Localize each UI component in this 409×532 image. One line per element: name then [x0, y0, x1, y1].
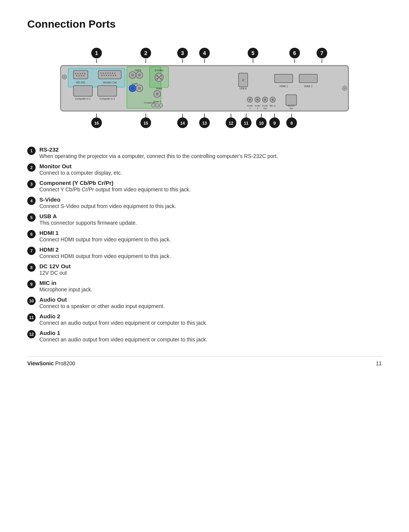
svg-text:9: 9 — [273, 121, 276, 125]
svg-point-28 — [84, 73, 86, 74]
svg-point-100 — [264, 99, 266, 101]
svg-rect-89 — [299, 74, 317, 83]
svg-point-62 — [138, 74, 141, 77]
svg-point-40 — [101, 73, 102, 74]
svg-text:⌀: ⌀ — [242, 78, 244, 82]
svg-point-42 — [105, 73, 106, 74]
desc-title-7: HDMI 2 — [39, 246, 171, 253]
svg-point-31 — [81, 75, 82, 77]
desc-content-12: Audio 1Connect an audio output from vide… — [39, 330, 208, 343]
svg-text:8: 8 — [290, 121, 293, 125]
svg-point-76 — [158, 76, 160, 78]
footer-page-number: 11 — [376, 360, 382, 366]
svg-text:1: 1 — [95, 50, 98, 56]
svg-point-72 — [156, 75, 158, 77]
svg-text:11: 11 — [244, 121, 248, 125]
svg-point-49 — [106, 75, 107, 76]
desc-item-1: 1RS-232When operating the projector via … — [27, 146, 382, 159]
svg-text:14: 14 — [180, 121, 185, 125]
desc-item-12: 12Audio 1Connect an audio output from vi… — [27, 330, 382, 343]
desc-badge-5: 5 — [27, 213, 36, 222]
desc-badge-2: 2 — [27, 163, 36, 172]
desc-text-1: When operating the projector via a compu… — [39, 153, 278, 159]
desc-item-9: 9MIC inMicrophone input jack. — [27, 280, 382, 293]
svg-point-53 — [115, 75, 116, 76]
desc-item-6: 6HDMI 1Connect HDMI output from video eq… — [27, 230, 382, 243]
desc-content-2: Monitor OutConnect to a computer display… — [39, 163, 122, 176]
svg-text:RS-232: RS-232 — [76, 81, 85, 84]
page-title: Connection Ports — [27, 18, 382, 30]
desc-item-7: 7HDMI 2Connect HDMI output from video eq… — [27, 246, 382, 259]
svg-rect-87 — [275, 74, 293, 83]
svg-point-45 — [112, 73, 113, 74]
svg-point-75 — [160, 78, 162, 80]
desc-content-10: Audio OutConnect to a speaker or other a… — [39, 296, 165, 309]
desc-content-5: USB AThis connector supports firmware up… — [39, 213, 137, 226]
svg-point-65 — [131, 87, 134, 90]
desc-title-6: HDMI 1 — [39, 230, 171, 236]
desc-content-3: Component (Y Cb/Pb Cr/Pr)Connect Y Cb/Pb… — [39, 180, 190, 192]
svg-text:10: 10 — [259, 121, 264, 125]
desc-item-3: 3Component (Y Cb/Pb Cr/Pr)Connect Y Cb/P… — [27, 180, 382, 192]
svg-text:Computer in 2: Computer in 2 — [100, 97, 115, 100]
desc-content-8: DC 12V Out12V DC out — [39, 263, 71, 276]
desc-content-7: HDMI 2Connect HDMI output from video equ… — [39, 246, 171, 259]
desc-item-10: 10Audio OutConnect to a speaker or other… — [27, 296, 382, 309]
desc-badge-4: 4 — [27, 197, 36, 205]
svg-point-79 — [156, 92, 159, 95]
desc-badge-7: 7 — [27, 247, 36, 255]
bottom-callout-numbers: 16 15 14 13 12 11 10 — [57, 113, 352, 136]
svg-point-48 — [104, 75, 105, 76]
svg-point-47 — [101, 75, 103, 76]
svg-text:Monitor Out: Monitor Out — [103, 81, 117, 84]
svg-rect-106 — [286, 95, 297, 105]
svg-text:HDMI 2: HDMI 2 — [304, 85, 312, 88]
svg-point-32 — [83, 75, 84, 77]
svg-text:Cb/Pb: Cb/Pb — [134, 69, 141, 72]
svg-point-30 — [79, 75, 80, 77]
projector-panel-svg: RS-232 Computer in 1 Mon — [57, 64, 352, 113]
desc-title-12: Audio 1 — [39, 330, 208, 336]
desc-title-2: Monitor Out — [39, 163, 122, 169]
svg-point-67 — [138, 87, 141, 90]
connection-diagram: 1 2 3 4 5 6 7 — [27, 41, 382, 136]
desc-content-1: RS-232When operating the projector via a… — [39, 146, 278, 159]
svg-point-51 — [111, 75, 112, 76]
descriptions-list: 1RS-232When operating the projector via … — [27, 146, 382, 343]
svg-text:Mic in: Mic in — [270, 105, 276, 107]
svg-point-29 — [76, 75, 78, 77]
svg-point-27 — [82, 73, 83, 74]
svg-text:2: 2 — [144, 50, 147, 56]
desc-title-5: USB A — [39, 213, 137, 219]
desc-text-6: Connect HDMI output from video equipment… — [39, 236, 171, 243]
desc-content-4: S-VideoConnect S-Video output from video… — [39, 196, 176, 209]
footer-brand: ViewSonic Pro8200 — [27, 360, 75, 366]
desc-badge-9: 9 — [27, 280, 36, 288]
desc-content-11: Audio 2Connect an audio output from vide… — [39, 313, 208, 326]
desc-badge-10: 10 — [27, 297, 36, 305]
svg-text:7: 7 — [320, 50, 323, 56]
svg-point-81 — [151, 103, 155, 107]
desc-title-10: Audio Out — [39, 296, 165, 303]
top-callout-numbers: 1 2 3 4 5 6 7 — [57, 41, 352, 64]
desc-title-11: Audio 2 — [39, 313, 208, 319]
svg-text:4: 4 — [203, 50, 206, 56]
svg-rect-37 — [73, 86, 92, 96]
desc-badge-1: 1 — [27, 147, 36, 155]
svg-point-25 — [78, 73, 79, 74]
desc-item-8: 8DC 12V Out12V DC out — [27, 263, 382, 276]
svg-text:Audio: Audio — [254, 105, 261, 107]
svg-point-92 — [249, 99, 251, 101]
svg-text:Video: Video — [156, 87, 162, 90]
svg-point-83 — [159, 103, 163, 107]
svg-text:3: 3 — [181, 50, 184, 56]
desc-item-11: 11Audio 2Connect an audio output from vi… — [27, 313, 382, 326]
svg-text:Audio: Audio — [247, 105, 253, 107]
svg-point-74 — [156, 78, 158, 80]
desc-text-4: Connect S-Video output from video equipm… — [39, 203, 176, 209]
desc-text-10: Connect to a speaker or other audio inpu… — [39, 303, 165, 309]
desc-text-5: This connector supports firmware update. — [39, 220, 137, 226]
svg-text:Computer in 1: Computer in 1 — [75, 97, 91, 100]
desc-text-8: 12V DC out — [39, 270, 71, 276]
svg-text:Audio: Audio — [262, 105, 268, 107]
